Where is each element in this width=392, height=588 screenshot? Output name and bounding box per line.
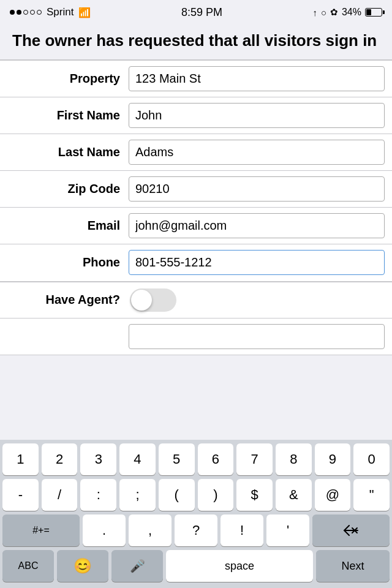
status-bar: Sprint 📶 8:59 PM ↑ ○ ✿ 34% [0,0,392,24]
input-property[interactable] [129,66,385,91]
bluetooth-icon: ✿ [330,7,338,18]
label-property: Property [0,72,129,86]
toggle-row-agent: Have Agent? [0,282,392,318]
form-row-phone: Phone [0,244,392,281]
key-question[interactable]: ? [175,514,217,546]
space-label: space [225,560,254,573]
wifi-icon: 📶 [78,7,91,18]
key-abc[interactable]: ABC [2,550,54,582]
dot5 [37,10,42,15]
next-label: Next [341,560,364,573]
battery-icon [365,8,382,17]
form-row-lastname: Last Name [0,134,392,171]
key-ampersand[interactable]: & [276,479,312,511]
key-8[interactable]: 8 [276,443,312,475]
key-comma[interactable]: , [129,514,172,546]
input-zipcode[interactable] [129,176,385,202]
carrier-label: Sprint [47,6,74,18]
form-row-property: Property [0,61,392,97]
key-closeparen[interactable]: ) [198,479,234,511]
input-partial[interactable] [129,324,385,349]
key-exclaim[interactable]: ! [221,514,263,546]
key-colon[interactable]: : [80,479,116,511]
key-9[interactable]: 9 [315,443,351,475]
status-right: ↑ ○ ✿ 34% [312,7,382,18]
have-agent-toggle[interactable] [130,288,176,312]
dnd-icon: ○ [321,7,326,18]
form-container: Property First Name Last Name Zip Code E… [0,60,392,282]
key-dollar[interactable]: $ [236,479,273,511]
key-openparen[interactable]: ( [159,479,195,511]
keyboard: 1 2 3 4 5 6 7 8 9 0 - / : ; ( ) $ & @ " … [0,440,392,588]
key-quote[interactable]: " [353,479,390,511]
key-mic[interactable]: 🎤 [111,550,163,582]
abc-label: ABC [18,560,39,571]
dot3 [23,10,28,15]
keyboard-row-bottom: ABC 😊 🎤 space Next [0,546,392,588]
key-1[interactable]: 1 [2,443,39,475]
key-6[interactable]: 6 [198,443,234,475]
label-phone: Phone [0,255,129,270]
input-firstname[interactable] [129,103,385,128]
key-0[interactable]: 0 [353,443,390,475]
emoji-icon: 😊 [74,557,92,575]
form-row-firstname: First Name [0,97,392,134]
page-title: The owner has requested that all visitor… [12,31,380,51]
key-apostrophe[interactable]: ' [266,514,309,546]
dot1 [10,10,15,15]
partial-field-row [0,318,392,355]
key-slash[interactable]: / [42,479,78,511]
signal-dots [10,10,42,15]
key-5[interactable]: 5 [159,443,195,475]
input-lastname[interactable] [129,140,385,165]
toggle-thumb [131,290,152,311]
keyboard-row-numbers: 1 2 3 4 5 6 7 8 9 0 [0,440,392,475]
key-period[interactable]: . [83,514,126,546]
label-have-agent: Have Agent? [0,293,129,307]
status-left: Sprint 📶 [10,6,91,18]
key-minus[interactable]: - [2,479,39,511]
key-hashplus[interactable]: #+= [2,514,80,546]
battery-fill [366,9,371,15]
key-semicolon[interactable]: ; [119,479,156,511]
keyboard-row-third: #+= . , ? ! ' [0,511,392,546]
label-zipcode: Zip Code [0,182,129,196]
key-2[interactable]: 2 [42,443,78,475]
gps-icon: ↑ [312,7,317,18]
page-header: The owner has requested that all visitor… [0,24,392,60]
form-scroll-area: Property First Name Last Name Zip Code E… [0,60,392,355]
dot4 [30,10,35,15]
form-row-zipcode: Zip Code [0,171,392,208]
key-next[interactable]: Next [316,550,390,582]
input-email[interactable] [129,213,385,238]
key-3[interactable]: 3 [80,443,116,475]
dot2 [17,10,21,15]
input-phone[interactable] [129,250,385,275]
battery-percent: 34% [342,7,361,18]
form-row-email: Email [0,208,392,244]
key-emoji[interactable]: 😊 [57,550,108,582]
key-7[interactable]: 7 [236,443,273,475]
key-4[interactable]: 4 [119,443,156,475]
label-email: Email [0,219,129,233]
mic-icon: 🎤 [130,559,145,573]
key-at[interactable]: @ [315,479,351,511]
label-lastname: Last Name [0,145,129,159]
key-space[interactable]: space [166,550,313,582]
label-firstname: First Name [0,108,129,123]
status-time: 8:59 PM [181,6,222,19]
keyboard-row-symbols: - / : ; ( ) $ & @ " [0,475,392,511]
backspace-key[interactable] [312,514,390,546]
